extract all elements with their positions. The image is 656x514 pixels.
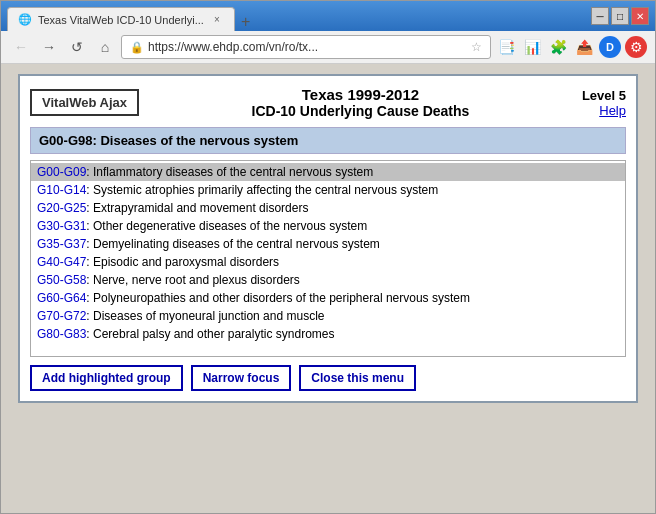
list-container: G00-G09: Inflammatory diseases of the ce… xyxy=(30,160,626,357)
minimize-btn[interactable]: ─ xyxy=(591,7,609,25)
close-menu-button[interactable]: Close this menu xyxy=(299,365,416,391)
title-line2: ICD-10 Underlying Cause Deaths xyxy=(139,103,582,119)
tab-favicon: 🌐 xyxy=(18,13,32,26)
vitalweb-btn[interactable]: VitalWeb Ajax xyxy=(30,89,139,116)
list-item[interactable]: G20-G25: Extrapyramidal and movement dis… xyxy=(31,199,625,217)
list-item[interactable]: G70-G72: Diseases of myoneural junction … xyxy=(31,307,625,325)
list-item[interactable]: G10-G14: Systemic atrophies primarily af… xyxy=(31,181,625,199)
browser-toolbar: ← → ↺ ⌂ 🔒 https://www.ehdp.com/vn/ro/tx.… xyxy=(1,31,655,64)
item-code: G10-G14 xyxy=(37,183,86,197)
item-desc: : Nerve, nerve root and plexus disorders xyxy=(86,273,299,287)
browser-window: 🌐 Texas VitalWeb ICD-10 Underlyi... × + … xyxy=(0,0,656,514)
bookmark-icon[interactable]: 📑 xyxy=(495,36,517,58)
title-line1: Texas 1999-2012 xyxy=(139,86,582,103)
home-btn[interactable]: ⌂ xyxy=(93,35,117,59)
window-controls: ─ □ ✕ xyxy=(591,7,649,25)
list-item[interactable]: G60-G64: Polyneuropathies and other diso… xyxy=(31,289,625,307)
puzzle-icon[interactable]: 🧩 xyxy=(547,36,569,58)
back-btn[interactable]: ← xyxy=(9,35,33,59)
page-content: VitalWeb Ajax Texas 1999-2012 ICD-10 Und… xyxy=(1,64,655,513)
buttons-row: Add highlighted group Narrow focus Close… xyxy=(30,365,626,391)
url-text: https://www.ehdp.com/vn/ro/tx... xyxy=(148,40,467,54)
item-desc: : Inflammatory diseases of the central n… xyxy=(86,165,373,179)
help-link[interactable]: Help xyxy=(582,103,626,118)
item-desc: : Diseases of myoneural junction and mus… xyxy=(86,309,324,323)
forward-btn[interactable]: → xyxy=(37,35,61,59)
item-desc: : Polyneuropathies and other disorders o… xyxy=(86,291,470,305)
avatar-d[interactable]: D xyxy=(599,36,621,58)
active-tab[interactable]: 🌐 Texas VitalWeb ICD-10 Underlyi... × xyxy=(7,7,235,31)
avatar-red[interactable]: ⚙ xyxy=(625,36,647,58)
item-code: G30-G31 xyxy=(37,219,86,233)
reload-btn[interactable]: ↺ xyxy=(65,35,89,59)
toolbar-icons: 📑 📊 🧩 📤 D ⚙ xyxy=(495,36,647,58)
list-item[interactable]: G40-G47: Episodic and paroxysmal disorde… xyxy=(31,253,625,271)
item-code: G80-G83 xyxy=(37,327,86,341)
item-code: G00-G09 xyxy=(37,165,86,179)
tab-close-btn[interactable]: × xyxy=(210,13,224,27)
close-btn[interactable]: ✕ xyxy=(631,7,649,25)
new-tab-btn[interactable]: + xyxy=(235,13,256,31)
item-code: G60-G64 xyxy=(37,291,86,305)
panel-header: VitalWeb Ajax Texas 1999-2012 ICD-10 Und… xyxy=(30,86,626,119)
item-desc: : Extrapyramidal and movement disorders xyxy=(86,201,308,215)
item-code: G20-G25 xyxy=(37,201,86,215)
upload-icon[interactable]: 📤 xyxy=(573,36,595,58)
level-label: Level 5 xyxy=(582,88,626,103)
disease-list[interactable]: G00-G09: Inflammatory diseases of the ce… xyxy=(31,161,625,356)
level-info: Level 5 Help xyxy=(582,88,626,118)
tab-label: Texas VitalWeb ICD-10 Underlyi... xyxy=(38,14,204,26)
list-item[interactable]: G35-G37: Demyelinating diseases of the c… xyxy=(31,235,625,253)
item-code: G70-G72 xyxy=(37,309,86,323)
item-desc: : Systemic atrophies primarily affecting… xyxy=(86,183,438,197)
item-desc: : Demyelinating diseases of the central … xyxy=(86,237,379,251)
item-desc: : Episodic and paroxysmal disorders xyxy=(86,255,279,269)
header-title: Texas 1999-2012 ICD-10 Underlying Cause … xyxy=(139,86,582,119)
item-code: G50-G58 xyxy=(37,273,86,287)
add-highlighted-group-button[interactable]: Add highlighted group xyxy=(30,365,183,391)
list-item[interactable]: G50-G58: Nerve, nerve root and plexus di… xyxy=(31,271,625,289)
section-header: G00-G98: Diseases of the nervous system xyxy=(30,127,626,154)
tab-strip: 🌐 Texas VitalWeb ICD-10 Underlyi... × + xyxy=(7,1,256,31)
narrow-focus-button[interactable]: Narrow focus xyxy=(191,365,292,391)
stats-icon[interactable]: 📊 xyxy=(521,36,543,58)
list-item[interactable]: G80-G83: Cerebral palsy and other paraly… xyxy=(31,325,625,343)
star-icon[interactable]: ☆ xyxy=(471,40,482,54)
item-code: G35-G37 xyxy=(37,237,86,251)
address-bar[interactable]: 🔒 https://www.ehdp.com/vn/ro/tx... ☆ xyxy=(121,35,491,59)
title-bar: 🌐 Texas VitalWeb ICD-10 Underlyi... × + … xyxy=(1,1,655,31)
list-item[interactable]: G00-G09: Inflammatory diseases of the ce… xyxy=(31,163,625,181)
item-code: G40-G47 xyxy=(37,255,86,269)
maximize-btn[interactable]: □ xyxy=(611,7,629,25)
item-desc: : Cerebral palsy and other paralytic syn… xyxy=(86,327,334,341)
lock-icon: 🔒 xyxy=(130,41,144,54)
item-desc: : Other degenerative diseases of the ner… xyxy=(86,219,367,233)
main-panel: VitalWeb Ajax Texas 1999-2012 ICD-10 Und… xyxy=(18,74,638,403)
list-item[interactable]: G30-G31: Other degenerative diseases of … xyxy=(31,217,625,235)
